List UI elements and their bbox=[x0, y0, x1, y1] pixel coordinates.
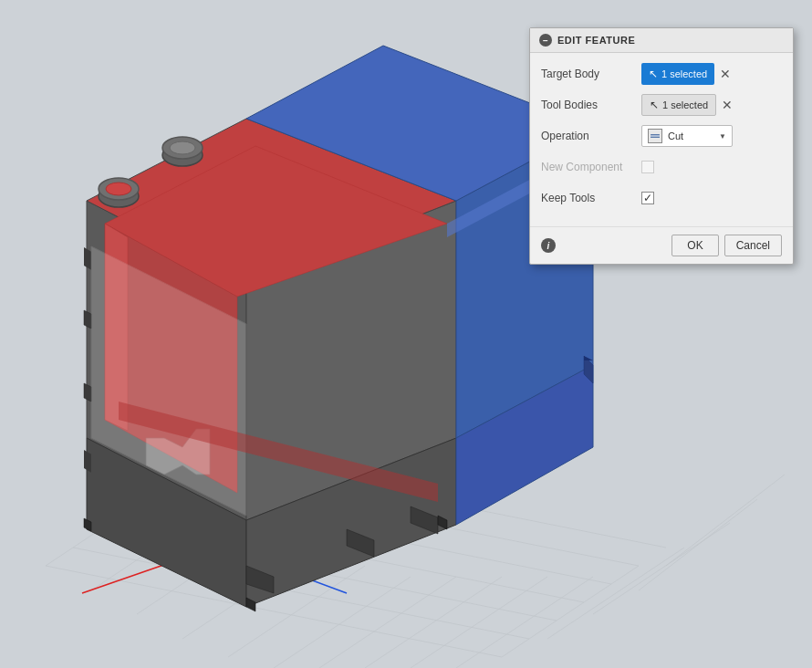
svg-point-49 bbox=[106, 183, 131, 195]
dialog-title: EDIT FEATURE bbox=[557, 35, 635, 46]
tool-bodies-label: Tool Bodies bbox=[541, 99, 641, 111]
cursor-icon-2: ↖ bbox=[650, 99, 659, 111]
collapse-icon[interactable]: − bbox=[539, 34, 552, 47]
target-body-clear-button[interactable]: ✕ bbox=[718, 68, 733, 80]
cut-icon bbox=[648, 129, 662, 143]
tool-bodies-select-button[interactable]: ↖ 1 selected bbox=[641, 94, 716, 116]
info-icon[interactable]: i bbox=[541, 238, 556, 253]
new-component-checkbox bbox=[641, 161, 654, 173]
new-component-label: New Component bbox=[541, 161, 641, 173]
target-body-label: Target Body bbox=[541, 68, 641, 80]
dialog-header: − EDIT FEATURE bbox=[530, 28, 793, 53]
cancel-button[interactable]: Cancel bbox=[724, 235, 782, 256]
keep-tools-label: Keep Tools bbox=[541, 192, 641, 204]
dialog-footer: i OK Cancel bbox=[530, 226, 793, 264]
tool-bodies-value: 1 selected bbox=[662, 99, 708, 110]
keep-tools-checkbox-container: ✓ bbox=[641, 192, 654, 204]
keep-tools-row: Keep Tools ✓ bbox=[541, 186, 782, 210]
dropdown-arrow-icon: ▼ bbox=[719, 132, 726, 141]
new-component-checkbox-container bbox=[641, 161, 654, 173]
new-component-row: New Component bbox=[541, 155, 782, 179]
operation-row: Operation Cut ▼ bbox=[541, 124, 782, 148]
target-body-row: Target Body ↖ 1 selected ✕ bbox=[541, 62, 782, 86]
keep-tools-checkbox[interactable]: ✓ bbox=[641, 192, 654, 204]
cursor-icon: ↖ bbox=[649, 68, 658, 80]
target-body-select-button[interactable]: ↖ 1 selected bbox=[641, 63, 714, 85]
operation-label: Operation bbox=[541, 130, 641, 142]
dialog-body: Target Body ↖ 1 selected ✕ Tool Bodies ↖… bbox=[530, 53, 793, 226]
tool-bodies-row: Tool Bodies ↖ 1 selected ✕ bbox=[541, 93, 782, 117]
ok-button[interactable]: OK bbox=[671, 235, 718, 256]
operation-dropdown[interactable]: Cut ▼ bbox=[641, 125, 733, 147]
target-body-value: 1 selected bbox=[661, 68, 707, 79]
svg-point-52 bbox=[170, 141, 195, 154]
operation-value: Cut bbox=[668, 130, 713, 141]
tool-bodies-clear-button[interactable]: ✕ bbox=[720, 99, 734, 111]
edit-feature-dialog: − EDIT FEATURE Target Body ↖ 1 selected … bbox=[529, 27, 794, 265]
